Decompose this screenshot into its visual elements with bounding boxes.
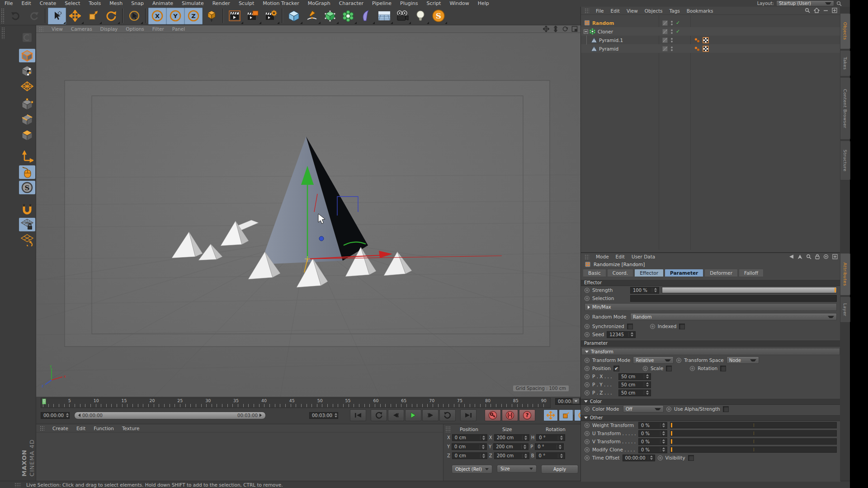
previous-key-button[interactable] (371, 409, 387, 421)
am-new-window-icon[interactable] (832, 254, 838, 259)
make-editable-button[interactable] (19, 31, 35, 44)
spinner[interactable] (64, 413, 70, 418)
keyframe-circle[interactable] (690, 366, 695, 371)
record-keyframe-button[interactable] (485, 409, 501, 421)
om-menu-tags[interactable]: Tags (670, 8, 680, 14)
axis-mode-button[interactable] (19, 150, 35, 164)
spline-pen-tool[interactable] (303, 8, 321, 24)
v-transform-field[interactable]: 0 % (638, 438, 667, 445)
menu-mograph[interactable]: MoGraph (308, 0, 330, 6)
texture-tag-icon[interactable] (703, 46, 709, 52)
p-y-field[interactable]: 50 cm (618, 381, 651, 388)
toolbar-grip[interactable] (1, 8, 5, 23)
redo-button[interactable] (25, 8, 43, 24)
am-menu-edit[interactable]: Edit (616, 254, 625, 259)
rotation-h-field[interactable]: 0 ° (536, 434, 565, 441)
menu-create[interactable]: Create (40, 0, 57, 6)
viewport-menu-display[interactable]: Display (100, 26, 118, 32)
viewport-menu-grip[interactable] (39, 27, 43, 32)
transform-mode-dropdown[interactable]: Relative (633, 357, 674, 364)
model-mode-button[interactable] (19, 49, 35, 62)
modify-clone-slider[interactable] (670, 446, 837, 453)
menu-animate[interactable]: Animate (152, 0, 173, 6)
keyframe-circle[interactable] (676, 358, 681, 363)
polygons-mode-button[interactable] (19, 128, 35, 142)
v-transform-slider[interactable] (670, 438, 837, 445)
am-search-icon[interactable] (806, 254, 811, 259)
om-menu-bookmarks[interactable]: Bookmarks (687, 8, 713, 14)
keyframe-circle[interactable] (585, 288, 590, 293)
keyframe-circle[interactable] (666, 407, 671, 412)
menu-select[interactable]: Select (65, 0, 80, 6)
keyframe-circle[interactable] (585, 366, 590, 371)
coordinates-grip[interactable] (445, 426, 451, 432)
lock-y-axis-toggle[interactable]: Y (166, 8, 184, 24)
search-icon[interactable] (836, 1, 842, 6)
layout-dropdown[interactable]: Startup (User) (776, 0, 834, 6)
object-row-cloner[interactable]: Cloner ✓ (581, 27, 840, 36)
menu-render[interactable]: Render (212, 0, 230, 6)
keyframe-circle[interactable] (643, 366, 648, 371)
autokey-button[interactable] (502, 409, 518, 421)
keyframe-circle[interactable] (585, 439, 590, 444)
lock-x-axis-toggle[interactable]: X (148, 8, 166, 24)
next-key-button[interactable] (439, 409, 456, 421)
viewport-menu-cameras[interactable]: Cameras (71, 26, 92, 32)
side-tab-content-browser[interactable]: Content Browser (840, 77, 850, 140)
position-y-field[interactable]: 0 cm (452, 443, 487, 450)
coordinate-system-toggle[interactable] (203, 8, 221, 24)
om-menu-objects[interactable]: Objects (645, 8, 663, 14)
render-view-button[interactable] (226, 8, 244, 24)
layer-color-chip[interactable] (662, 46, 668, 52)
size-z-field[interactable]: 200 cm (494, 452, 529, 459)
tab-basic[interactable]: Basic (583, 269, 606, 277)
size-x-field[interactable]: 200 cm (494, 434, 529, 441)
mograph-weight-tag-icon[interactable] (694, 46, 700, 52)
end-time-field[interactable]: 00:03:00 (309, 412, 338, 419)
add-cube-primitive-button[interactable] (285, 8, 303, 24)
menu-script[interactable]: Script (426, 0, 441, 6)
keyframe-selection-button[interactable]: ? (519, 409, 535, 421)
object-manager-grip[interactable] (585, 8, 589, 13)
side-tab-structure[interactable]: Structure (840, 141, 850, 180)
go-to-start-button[interactable] (350, 409, 366, 421)
keyframe-circle[interactable] (585, 423, 590, 428)
floor-object-button[interactable] (375, 8, 393, 24)
am-menu-userdata[interactable]: User Data (632, 254, 655, 259)
modify-clone-field[interactable]: 0 % (638, 446, 667, 453)
transform-subsection[interactable]: Transform (581, 348, 840, 355)
material-menu-edit[interactable]: Edit (76, 426, 85, 431)
next-frame-button[interactable] (422, 409, 439, 421)
side-tab-attributes[interactable]: Attributes (840, 253, 850, 296)
sketch-tool-button[interactable]: S (429, 8, 448, 24)
rotate-tool[interactable] (102, 8, 120, 24)
rotation-p-field[interactable]: 0 ° (535, 443, 564, 450)
am-arrow-icon[interactable] (797, 254, 802, 259)
layer-color-chip[interactable] (662, 20, 668, 26)
timeline-options-dropdown[interactable] (572, 398, 580, 404)
play-button[interactable] (405, 409, 421, 421)
om-expand-icon[interactable] (832, 8, 837, 13)
key-scale-toggle[interactable] (559, 409, 573, 421)
range-left-arrow-icon[interactable] (78, 413, 80, 417)
keyframe-circle[interactable] (585, 332, 590, 337)
dolly-view-icon[interactable] (552, 26, 559, 32)
menu-simulate[interactable]: Simulate (182, 0, 204, 6)
light-object-button[interactable] (411, 8, 429, 24)
menu-window[interactable]: Window (449, 0, 469, 6)
gizmo-blue-handle[interactable] (319, 236, 324, 241)
tab-parameter[interactable]: Parameter (665, 269, 703, 277)
scale-tool[interactable] (84, 8, 102, 24)
strength-slider[interactable] (662, 287, 837, 293)
viewport-menu-panel[interactable]: Panel (172, 26, 185, 32)
material-menu-function[interactable]: Function (94, 426, 114, 431)
tweak-mode-button[interactable] (19, 165, 35, 179)
tab-falloff[interactable]: Falloff (739, 269, 764, 277)
section-parameter[interactable]: Parameter (581, 340, 840, 347)
last-used-tool[interactable] (125, 8, 143, 24)
section-effector[interactable]: Effector (581, 279, 840, 286)
toggle-view-layout-icon[interactable] (571, 26, 578, 32)
texture-mode-button[interactable] (19, 64, 35, 78)
am-back-icon[interactable] (789, 254, 794, 259)
current-time-field[interactable]: 00:00:00 (41, 412, 70, 419)
